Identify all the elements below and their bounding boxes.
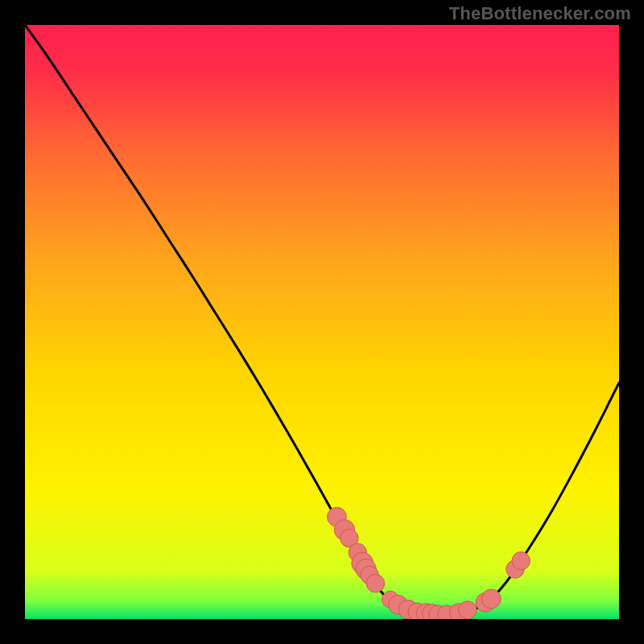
gradient-background (25, 25, 619, 619)
plot-area (25, 25, 619, 619)
chart-frame: TheBottlenecker.com (0, 0, 644, 644)
attribution-text: TheBottlenecker.com (449, 3, 631, 24)
data-marker (366, 575, 384, 592)
data-marker (512, 552, 530, 570)
data-marker (459, 601, 477, 619)
plot-svg (25, 25, 619, 619)
data-marker (481, 589, 501, 609)
